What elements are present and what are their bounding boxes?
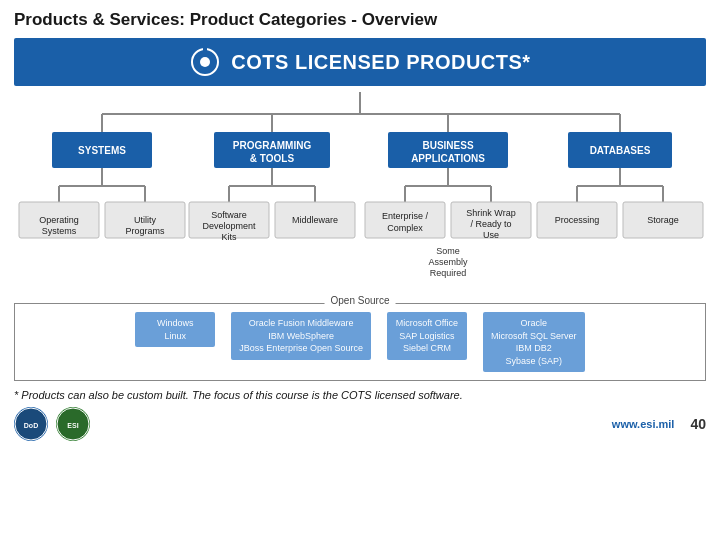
svg-text:Software: Software	[211, 210, 247, 220]
svg-text:Required: Required	[430, 268, 467, 278]
svg-text:Complex: Complex	[387, 223, 423, 233]
svg-text:Middleware: Middleware	[292, 215, 338, 225]
svg-text:SYSTEMS: SYSTEMS	[78, 145, 126, 156]
logo-dod: DoD	[14, 407, 48, 441]
cots-bar: COTS LICENSED PRODUCTS*	[14, 38, 706, 86]
svg-text:Use: Use	[483, 230, 499, 240]
svg-text:Kits: Kits	[221, 232, 237, 242]
svg-text:PROGRAMMING: PROGRAMMING	[233, 140, 312, 151]
svg-text:Operating: Operating	[39, 215, 79, 225]
logo-esi: ESI	[56, 407, 90, 441]
cots-bar-title: COTS LICENSED PRODUCTS*	[231, 51, 530, 74]
svg-text:Some: Some	[436, 246, 460, 256]
os-item-oracle-db-line1: Oracle	[491, 317, 577, 330]
svg-text:DATABASES: DATABASES	[590, 145, 651, 156]
svg-text:Assembly: Assembly	[428, 257, 468, 267]
os-item-oracle-fmw: Oracle Fusion Middleware IBM WebSphere J…	[231, 312, 371, 360]
os-item-oracle-fmw-line3: JBoss Enterprise Open Source	[239, 342, 363, 355]
logos: DoD ESI	[14, 407, 90, 441]
os-item-windows: Windows Linux	[135, 312, 215, 347]
os-item-ms-office-line3: Siebel CRM	[395, 342, 459, 355]
os-item-windows-line1: Windows	[143, 317, 207, 330]
svg-text:Processing: Processing	[555, 215, 600, 225]
os-item-oracle-fmw-line1: Oracle Fusion Middleware	[239, 317, 363, 330]
svg-text:Storage: Storage	[647, 215, 679, 225]
os-item-oracle-db-line2: Microsoft SQL Server	[491, 330, 577, 343]
website-url: www.esi.mil	[612, 418, 675, 430]
svg-text:Development: Development	[202, 221, 256, 231]
svg-text:Programs: Programs	[125, 226, 165, 236]
svg-text:Systems: Systems	[42, 226, 77, 236]
os-item-ms-office-line1: Microsoft Office	[395, 317, 459, 330]
os-item-oracle-fmw-line2: IBM WebSphere	[239, 330, 363, 343]
os-item-ms-office: Microsoft Office SAP Logistics Siebel CR…	[387, 312, 467, 360]
footer-text: * Products can also be custom built. The…	[14, 389, 706, 401]
svg-text:DoD: DoD	[24, 422, 38, 429]
svg-text:APPLICATIONS: APPLICATIONS	[411, 153, 485, 164]
open-source-items: Windows Linux Oracle Fusion Middleware I…	[135, 308, 584, 376]
os-item-windows-line2: Linux	[143, 330, 207, 343]
os-item-oracle-db-line3: IBM DB2	[491, 342, 577, 355]
os-item-oracle-db-line4: Sybase (SAP)	[491, 355, 577, 368]
svg-text:/ Ready to: / Ready to	[470, 219, 511, 229]
svg-text:Shrink Wrap: Shrink Wrap	[466, 208, 515, 218]
cots-icon	[189, 46, 221, 78]
svg-text:Utility: Utility	[134, 215, 156, 225]
org-chart-svg: SYSTEMS PROGRAMMING & TOOLS BUSINESS APP…	[14, 92, 706, 297]
page-number: 40	[690, 416, 706, 432]
os-item-ms-office-line2: SAP Logistics	[395, 330, 459, 343]
svg-rect-2	[203, 48, 207, 56]
open-source-label: Open Source	[325, 295, 396, 306]
svg-point-1	[200, 57, 210, 67]
svg-text:BUSINESS: BUSINESS	[422, 140, 473, 151]
os-item-oracle-db: Oracle Microsoft SQL Server IBM DB2 Syba…	[483, 312, 585, 372]
svg-text:ESI: ESI	[67, 422, 78, 429]
bottom-bar: DoD ESI www.esi.mil 40	[14, 407, 706, 441]
open-source-section: Open Source Windows Linux Oracle Fusion …	[14, 303, 706, 381]
page: Products & Services: Product Categories …	[0, 0, 720, 540]
svg-text:& TOOLS: & TOOLS	[250, 153, 295, 164]
svg-text:Enterprise /: Enterprise /	[382, 211, 429, 221]
page-title: Products & Services: Product Categories …	[14, 10, 706, 30]
